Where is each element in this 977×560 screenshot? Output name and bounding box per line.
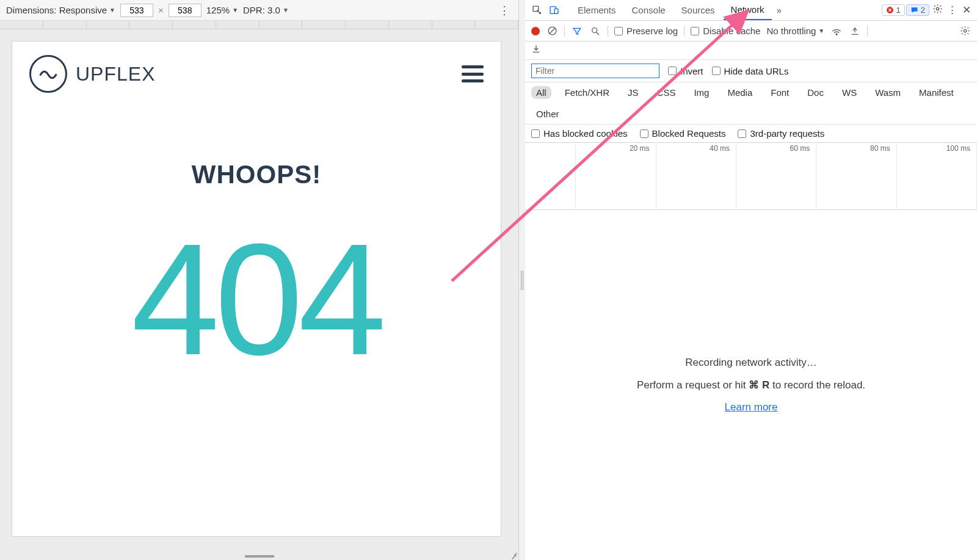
pane-splitter[interactable] xyxy=(519,0,525,560)
brand-logo-icon xyxy=(29,55,67,93)
timeline-mark: 60 ms xyxy=(736,144,816,209)
error-code: 404 xyxy=(12,220,501,379)
caret-down-icon: ▼ xyxy=(283,7,289,13)
type-pill-ws[interactable]: WS xyxy=(837,86,862,99)
request-type-filter-row: All Fetch/XHR JS CSS Img Media Font Doc … xyxy=(525,82,977,125)
caret-down-icon: ▼ xyxy=(232,7,238,13)
network-conditions-icon[interactable] xyxy=(830,25,843,37)
filter-row: Invert Hide data URLs xyxy=(525,60,977,82)
type-pill-fetchxhr[interactable]: Fetch/XHR xyxy=(560,86,614,99)
caret-down-icon: ▼ xyxy=(109,7,115,13)
preserve-log-label: Preserve log xyxy=(627,26,678,36)
disable-cache-label: Disable cache xyxy=(703,26,760,36)
error-badge[interactable]: 1 xyxy=(882,4,905,16)
height-input[interactable] xyxy=(169,4,202,17)
type-pill-all[interactable]: All xyxy=(531,86,551,99)
message-count: 2 xyxy=(921,5,925,15)
tab-console[interactable]: Console xyxy=(625,1,673,19)
resize-handle-bottom[interactable] xyxy=(245,555,274,558)
error-count: 1 xyxy=(896,5,901,15)
invert-label: Invert xyxy=(680,66,703,76)
third-party-checkbox[interactable]: 3rd-party requests xyxy=(738,128,824,139)
preserve-log-checkbox[interactable]: Preserve log xyxy=(614,26,678,36)
type-pill-img[interactable]: Img xyxy=(689,86,714,99)
type-pill-css[interactable]: CSS xyxy=(652,86,681,99)
error-heading: WHOOPS! xyxy=(12,160,501,189)
dimensions-label: Dimensions: Responsive xyxy=(6,5,107,15)
record-icon[interactable] xyxy=(531,27,540,35)
zoom-dropdown[interactable]: 125% ▼ xyxy=(206,5,238,15)
viewport-area: UPFLEX WHOOPS! 404 xyxy=(0,29,518,560)
type-pill-doc[interactable]: Doc xyxy=(802,86,829,99)
settings-gear-icon[interactable] xyxy=(931,4,944,17)
tab-sources[interactable]: Sources xyxy=(674,1,722,19)
device-toolbar: Dimensions: Responsive ▼ × 125% ▼ DPR: 3… xyxy=(0,0,518,21)
timeline-mark: 100 ms xyxy=(897,144,977,209)
disable-cache-checkbox[interactable]: Disable cache xyxy=(691,26,760,36)
dpr-label: DPR: 3.0 xyxy=(243,5,280,15)
svg-line-8 xyxy=(597,32,599,35)
caret-down-icon: ▼ xyxy=(818,27,824,34)
network-timeline[interactable]: 20 ms 40 ms 60 ms 80 ms 100 ms xyxy=(525,143,977,210)
type-pill-js[interactable]: JS xyxy=(623,86,644,99)
inspect-element-icon[interactable] xyxy=(529,2,545,18)
filter-icon[interactable] xyxy=(571,25,583,37)
network-settings-gear-icon[interactable] xyxy=(959,25,971,37)
has-blocked-cookies-checkbox[interactable]: Has blocked cookies xyxy=(531,128,628,139)
message-badge[interactable]: 2 xyxy=(906,4,929,16)
brand-text: UPFLEX xyxy=(76,63,155,85)
toggle-device-toolbar-icon[interactable] xyxy=(546,2,562,18)
empty-title: Recording network activity… xyxy=(685,357,816,369)
throttling-dropdown[interactable]: No throttling ▼ xyxy=(766,26,824,36)
filter-input[interactable] xyxy=(531,64,659,78)
close-devtools-icon[interactable]: ✕ xyxy=(960,4,973,16)
empty-hint: Perform a request or hit ⌘ R to record t… xyxy=(637,379,865,391)
has-blocked-cookies-label: Has blocked cookies xyxy=(543,128,628,139)
resize-handle-corner[interactable] xyxy=(509,550,517,559)
hide-data-urls-label: Hide data URLs xyxy=(724,66,789,76)
hamburger-menu-icon[interactable] xyxy=(462,65,484,82)
type-pill-wasm[interactable]: Wasm xyxy=(870,86,906,99)
type-pill-font[interactable]: Font xyxy=(766,86,794,99)
blocked-requests-checkbox[interactable]: Blocked Requests xyxy=(640,128,726,139)
brand[interactable]: UPFLEX xyxy=(29,55,155,93)
ruler-bar xyxy=(0,21,518,29)
network-toolbar: Preserve log Disable cache No throttling… xyxy=(525,21,977,42)
svg-point-9 xyxy=(836,34,837,35)
type-pill-media[interactable]: Media xyxy=(722,86,757,99)
blocked-requests-label: Blocked Requests xyxy=(652,128,726,139)
timeline-mark: 40 ms xyxy=(656,144,736,209)
timeline-mark: 80 ms xyxy=(816,144,896,209)
clear-icon[interactable] xyxy=(546,25,558,37)
third-party-label: 3rd-party requests xyxy=(750,128,824,139)
tab-network[interactable]: Network xyxy=(724,1,772,20)
search-icon[interactable] xyxy=(589,25,601,37)
svg-point-10 xyxy=(964,29,966,32)
dpr-dropdown[interactable]: DPR: 3.0 ▼ xyxy=(243,5,289,15)
throttling-label: No throttling xyxy=(766,26,816,36)
timeline-mark: 20 ms xyxy=(576,144,656,209)
learn-more-link[interactable]: Learn more xyxy=(725,401,778,413)
devtools-menu-icon[interactable]: ⋮ xyxy=(945,4,959,16)
invert-checkbox[interactable]: Invert xyxy=(668,66,703,76)
dimensions-dropdown[interactable]: Dimensions: Responsive ▼ xyxy=(6,5,115,15)
more-tabs-icon[interactable]: » xyxy=(773,2,785,18)
type-pill-other[interactable]: Other xyxy=(531,107,564,120)
zoom-label: 125% xyxy=(206,5,230,15)
width-input[interactable] xyxy=(120,4,153,17)
import-har-icon[interactable] xyxy=(849,25,861,37)
device-frame: UPFLEX WHOOPS! 404 xyxy=(12,42,501,536)
dimension-separator: × xyxy=(158,5,164,15)
svg-point-7 xyxy=(592,27,597,32)
tab-elements[interactable]: Elements xyxy=(570,1,623,19)
svg-line-6 xyxy=(549,28,555,34)
export-har-icon[interactable] xyxy=(531,44,541,57)
device-toolbar-menu-icon[interactable]: ⋮ xyxy=(496,4,512,17)
svg-rect-2 xyxy=(554,9,558,13)
type-pill-manifest[interactable]: Manifest xyxy=(914,86,959,99)
devtools-tab-bar: Elements Console Sources Network » 1 2 ⋮… xyxy=(525,0,977,21)
network-toolbar-row2 xyxy=(525,42,977,60)
network-empty-state: Recording network activity… Perform a re… xyxy=(525,210,977,560)
hide-data-urls-checkbox[interactable]: Hide data URLs xyxy=(712,66,789,76)
additional-filters-row: Has blocked cookies Blocked Requests 3rd… xyxy=(525,125,977,143)
